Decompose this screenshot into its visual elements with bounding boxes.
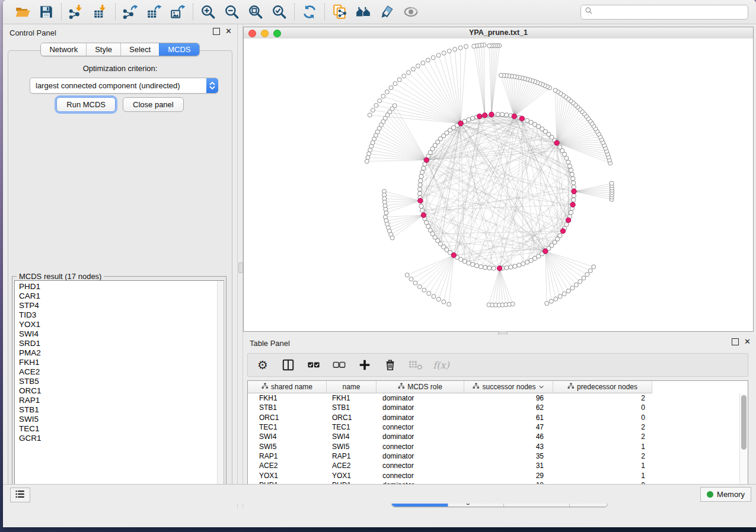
toolbar-group bbox=[62, 3, 115, 21]
table-row[interactable]: ACE2ACE2connector311 bbox=[248, 461, 740, 470]
select-all-icon[interactable] bbox=[306, 357, 321, 373]
table-row[interactable]: ORC1ORC1dominator610 bbox=[248, 413, 740, 422]
mcds-result-list[interactable]: PHD1CAR1STP4TID3YOX1SWI4SRD1PMA2FKH1ACE2… bbox=[14, 280, 224, 493]
network-graph[interactable] bbox=[244, 39, 753, 331]
mcds-result-item[interactable]: CAR1 bbox=[15, 291, 218, 301]
search-box[interactable] bbox=[580, 5, 748, 20]
new-network-from-selection-icon[interactable] bbox=[331, 3, 349, 21]
mcds-result-item[interactable]: SWI5 bbox=[15, 415, 218, 424]
cell-successor_nodes: 62 bbox=[464, 403, 553, 412]
tab-style[interactable]: Style bbox=[86, 43, 120, 56]
tab-mcds[interactable]: MCDS bbox=[159, 43, 199, 56]
mcds-result-item[interactable]: YOX1 bbox=[15, 320, 218, 329]
table-row[interactable]: FKH1FKH1dominator962 bbox=[248, 393, 740, 403]
search-icon bbox=[585, 7, 593, 17]
add-column-icon[interactable] bbox=[357, 357, 372, 373]
close-panel-button[interactable]: Close panel bbox=[123, 97, 184, 112]
table-row[interactable]: YOX1YOX1connector291 bbox=[248, 470, 740, 480]
mcds-result-item[interactable]: GCR1 bbox=[15, 434, 218, 443]
app-window: Control Panel ✕ Optimization criterion: … bbox=[3, 0, 756, 527]
settings-gear-icon[interactable]: ⚙ bbox=[255, 357, 270, 373]
cell-shared_name: SWI5 bbox=[248, 443, 327, 451]
mcds-result-item[interactable]: ORC1 bbox=[15, 386, 218, 396]
delete-column-icon[interactable] bbox=[382, 357, 398, 373]
cell-name: YOX1 bbox=[327, 472, 377, 480]
cell-predecessor_nodes: 0 bbox=[553, 403, 652, 412]
zoom-in-icon[interactable] bbox=[199, 3, 217, 21]
mcds-result-item[interactable]: RAP1 bbox=[15, 396, 218, 405]
annotation-marker-icon[interactable] bbox=[378, 3, 396, 21]
first-neighbors-icon[interactable] bbox=[355, 3, 372, 21]
float-table-panel-icon[interactable] bbox=[732, 338, 739, 345]
apply-layout-icon[interactable] bbox=[301, 3, 318, 21]
network-canvas[interactable] bbox=[244, 39, 753, 331]
mcds-result-item[interactable]: ACE2 bbox=[15, 367, 218, 377]
cell-mcds_role: dominator bbox=[377, 452, 464, 460]
memory-button[interactable]: Memory bbox=[700, 487, 751, 502]
tab-network[interactable]: Network bbox=[41, 43, 86, 56]
import-network-icon[interactable] bbox=[68, 3, 85, 21]
task-history-button[interactable] bbox=[10, 488, 30, 502]
mcds-panel: Optimization criterion: largest connecte… bbox=[8, 50, 232, 504]
zoom-fit-icon[interactable] bbox=[247, 3, 264, 21]
column-header-predecessor-nodes[interactable]: predecessor nodes bbox=[553, 381, 652, 393]
mcds-result-item[interactable]: STB1 bbox=[15, 405, 218, 415]
cell-predecessor_nodes: 2 bbox=[553, 452, 652, 460]
mcds-result-box: MCDS result (17 nodes) PHD1CAR1STP4TID3Y… bbox=[12, 276, 227, 496]
optimization-criterion-label: Optimization criterion: bbox=[8, 64, 232, 73]
table-panel: Table Panel ✕ ⚙f(x) shared namenameMCDS … bbox=[243, 335, 756, 508]
toolbar-group bbox=[193, 3, 294, 21]
table-row[interactable]: SWI5SWI5connector431 bbox=[248, 441, 740, 451]
mcds-result-item[interactable]: PMA2 bbox=[15, 348, 218, 358]
mcds-result-item[interactable]: SWI4 bbox=[15, 329, 218, 339]
table-scrollbar[interactable] bbox=[739, 393, 748, 489]
mcds-result-item[interactable]: TEC1 bbox=[15, 424, 218, 434]
cell-name: ORC1 bbox=[327, 414, 377, 422]
mcds-result-item[interactable]: SRD1 bbox=[15, 339, 218, 348]
close-table-panel-icon[interactable]: ✕ bbox=[744, 339, 751, 345]
mcds-result-item[interactable]: TID3 bbox=[15, 310, 218, 320]
mcds-result-item[interactable]: PHD1 bbox=[15, 282, 218, 291]
vertical-splitter[interactable] bbox=[237, 24, 243, 508]
mcds-result-item[interactable]: STB5 bbox=[15, 377, 218, 386]
attribute-icon bbox=[261, 383, 269, 392]
table-scrollbar-thumb[interactable] bbox=[741, 395, 747, 450]
toolbar-group bbox=[8, 3, 61, 21]
list-icon bbox=[15, 489, 25, 501]
graphics-details-icon[interactable] bbox=[402, 3, 420, 21]
memory-label: Memory bbox=[717, 490, 745, 499]
split-columns-icon[interactable] bbox=[280, 357, 296, 373]
import-table-icon[interactable] bbox=[91, 3, 109, 21]
close-panel-icon[interactable]: ✕ bbox=[225, 28, 232, 34]
table-row[interactable]: TEC1TEC1connector472 bbox=[248, 422, 740, 432]
table-row[interactable]: STB1STB1dominator620 bbox=[248, 403, 740, 412]
mcds-list-scrollbar[interactable] bbox=[217, 281, 224, 493]
attribute-icon bbox=[398, 383, 405, 392]
export-table-icon[interactable] bbox=[145, 3, 163, 21]
column-header-MCDS-role[interactable]: MCDS role bbox=[377, 381, 464, 393]
search-input[interactable] bbox=[596, 7, 744, 17]
zoom-selected-icon[interactable] bbox=[270, 3, 288, 21]
mcds-result-item[interactable]: STP4 bbox=[15, 301, 218, 310]
open-file-icon[interactable] bbox=[14, 3, 31, 21]
run-mcds-button[interactable]: Run MCDS bbox=[56, 97, 116, 112]
cell-successor_nodes: 43 bbox=[464, 443, 553, 451]
mcds-result-item[interactable]: FKH1 bbox=[15, 358, 218, 367]
export-network-icon[interactable] bbox=[122, 3, 139, 21]
column-header-successor-nodes[interactable]: successor nodes bbox=[464, 381, 553, 393]
optimization-criterion-select[interactable]: largest connected component (undirected) bbox=[30, 78, 218, 94]
save-session-icon[interactable] bbox=[37, 3, 55, 21]
deselect-all-icon[interactable] bbox=[331, 357, 347, 373]
cell-name: STB1 bbox=[327, 403, 377, 412]
vertical-splitter-grip[interactable] bbox=[238, 262, 243, 273]
export-image-icon[interactable] bbox=[169, 3, 187, 21]
zoom-out-icon[interactable] bbox=[223, 3, 241, 21]
cell-shared_name: ORC1 bbox=[248, 414, 327, 422]
network-window-titlebar[interactable]: YPA_prune.txt_1 bbox=[244, 27, 753, 39]
column-header-shared-name[interactable]: shared name bbox=[248, 381, 327, 393]
table-row[interactable]: RAP1RAP1dominator352 bbox=[248, 451, 740, 461]
table-row[interactable]: SWI4SWI4dominator462 bbox=[248, 432, 740, 441]
float-panel-icon[interactable] bbox=[213, 28, 220, 35]
column-header-name[interactable]: name bbox=[327, 381, 377, 393]
tab-select[interactable]: Select bbox=[120, 43, 159, 56]
